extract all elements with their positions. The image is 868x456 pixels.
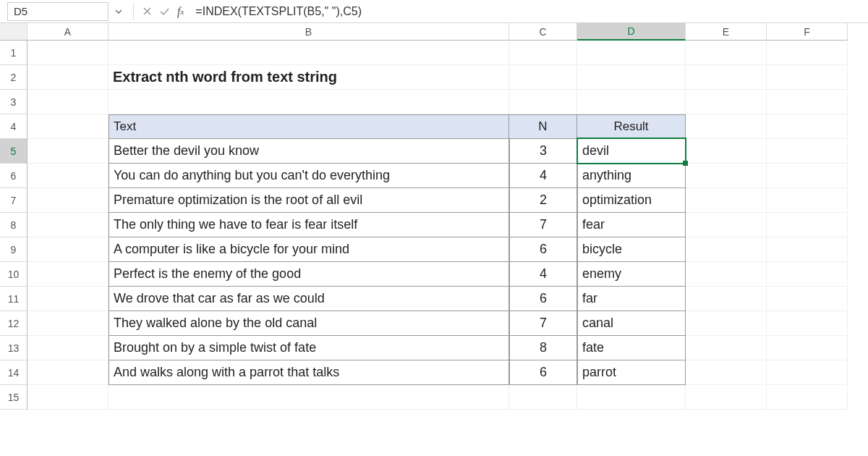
cell-a14[interactable] [27,360,109,385]
cell-a1[interactable] [27,41,109,65]
cell-d15[interactable] [577,385,686,410]
row-header-2[interactable]: 2 [0,65,27,90]
cell-e13[interactable] [686,336,767,360]
row-header-9[interactable]: 9 [0,237,27,262]
cell-a9[interactable] [27,237,109,262]
cancel-button[interactable] [142,7,152,16]
cell-c11[interactable]: 6 [509,287,577,311]
row-header-6[interactable]: 6 [0,164,27,188]
row-header-14[interactable]: 14 [0,360,27,385]
cell-f12[interactable] [767,311,848,336]
cell-a7[interactable] [27,188,109,213]
cell-c3[interactable] [509,90,577,114]
col-header-d[interactable]: D [577,23,686,41]
formula-input[interactable] [188,5,868,18]
cell-e4[interactable] [686,114,767,139]
row-header-3[interactable]: 3 [0,90,27,114]
select-all-corner[interactable] [0,23,27,41]
cell-f10[interactable] [767,262,848,287]
cell-d2[interactable] [577,65,686,90]
cell-b12[interactable]: They walked alone by the old canal [109,311,509,336]
cell-c7[interactable]: 2 [509,188,577,213]
fx-button[interactable]: fx [177,5,184,18]
cell-c8[interactable]: 7 [509,213,577,237]
cell-b7[interactable]: Premature optimization is the root of al… [109,188,509,213]
cell-b8[interactable]: The only thing we have to fear is fear i… [109,213,509,237]
cell-d8[interactable]: fear [577,213,686,237]
cell-c2[interactable] [509,65,577,90]
cell-f14[interactable] [767,360,848,385]
cell-c6[interactable]: 4 [509,164,577,188]
cell-b5[interactable]: Better the devil you know [109,139,509,164]
cell-b1[interactable] [109,41,509,65]
cell-f8[interactable] [767,213,848,237]
cell-f2[interactable] [767,65,848,90]
cell-e1[interactable] [686,41,767,65]
cell-a12[interactable] [27,311,109,336]
row-header-13[interactable]: 13 [0,336,27,360]
cell-e14[interactable] [686,360,767,385]
cell-b2[interactable]: Extract nth word from text string [109,65,509,90]
cell-e12[interactable] [686,311,767,336]
cell-b9[interactable]: A computer is like a bicycle for your mi… [109,237,509,262]
cell-c9[interactable]: 6 [509,237,577,262]
cell-f4[interactable] [767,114,848,139]
cell-e8[interactable] [686,213,767,237]
cell-f3[interactable] [767,90,848,114]
cell-c15[interactable] [509,385,577,410]
cell-d14[interactable]: parrot [577,360,686,385]
name-box[interactable]: D5 [7,2,109,21]
cell-b10[interactable]: Perfect is the enemy of the good [109,262,509,287]
cell-c10[interactable]: 4 [509,262,577,287]
enter-button[interactable] [159,7,170,16]
cell-c5[interactable]: 3 [509,139,577,164]
cell-d11[interactable]: far [577,287,686,311]
col-header-e[interactable]: E [686,23,767,41]
cell-b15[interactable] [109,385,509,410]
cell-d5[interactable]: devil [577,139,686,164]
cell-e6[interactable] [686,164,767,188]
cell-d4[interactable]: Result [577,114,686,139]
cell-a6[interactable] [27,164,109,188]
cell-d1[interactable] [577,41,686,65]
cell-c14[interactable]: 6 [509,360,577,385]
row-header-12[interactable]: 12 [0,311,27,336]
cell-e3[interactable] [686,90,767,114]
cell-b6[interactable]: You can do anything but you can't do eve… [109,164,509,188]
col-header-f[interactable]: F [767,23,848,41]
cell-f15[interactable] [767,385,848,410]
cell-a15[interactable] [27,385,109,410]
cell-c12[interactable]: 7 [509,311,577,336]
cell-d3[interactable] [577,90,686,114]
cell-b14[interactable]: And walks along with a parrot that talks [109,360,509,385]
row-header-7[interactable]: 7 [0,188,27,213]
col-header-b[interactable]: B [109,23,509,41]
cell-d10[interactable]: enemy [577,262,686,287]
cell-e15[interactable] [686,385,767,410]
cell-e11[interactable] [686,287,767,311]
cell-a10[interactable] [27,262,109,287]
row-header-10[interactable]: 10 [0,262,27,287]
row-header-11[interactable]: 11 [0,287,27,311]
cell-c1[interactable] [509,41,577,65]
cell-e5[interactable] [686,139,767,164]
cell-c4[interactable]: N [509,114,577,139]
cell-d6[interactable]: anything [577,164,686,188]
cell-b13[interactable]: Brought on by a simple twist of fate [109,336,509,360]
row-header-15[interactable]: 15 [0,385,27,410]
cell-f9[interactable] [767,237,848,262]
cell-b3[interactable] [109,90,509,114]
cell-f1[interactable] [767,41,848,65]
col-header-a[interactable]: A [27,23,109,41]
cell-e9[interactable] [686,237,767,262]
cell-a4[interactable] [27,114,109,139]
cell-a3[interactable] [27,90,109,114]
name-box-dropdown[interactable] [109,1,129,22]
cell-e2[interactable] [686,65,767,90]
cell-d7[interactable]: optimization [577,188,686,213]
row-header-8[interactable]: 8 [0,213,27,237]
cell-f5[interactable] [767,139,848,164]
cell-a8[interactable] [27,213,109,237]
row-header-5[interactable]: 5 [0,139,27,164]
col-header-c[interactable]: C [509,23,577,41]
